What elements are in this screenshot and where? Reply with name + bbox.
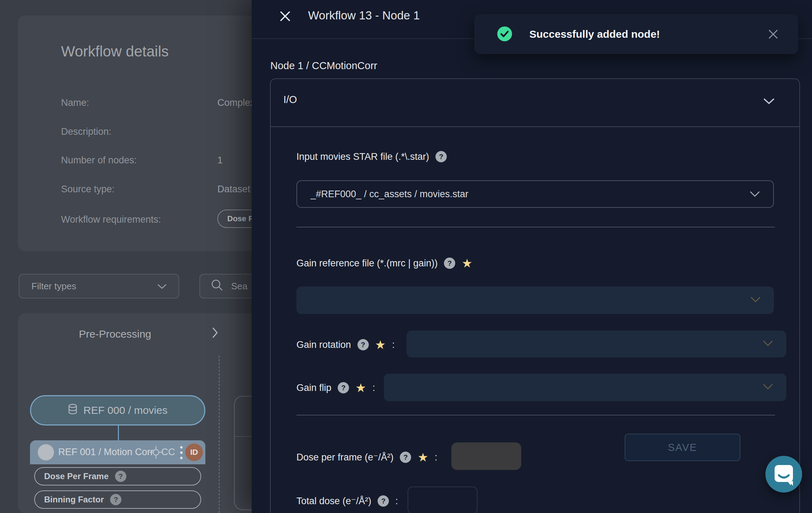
form-divider xyxy=(296,227,775,227)
gain-rotation-select[interactable] xyxy=(407,331,786,357)
chevron-down-icon xyxy=(763,340,773,348)
chevron-down-icon xyxy=(157,281,167,292)
modal-title: Workflow 13 - Node 1 xyxy=(308,9,420,22)
star-icon: ★ xyxy=(462,257,472,269)
io-header-divider xyxy=(271,126,799,127)
total-dose-input[interactable] xyxy=(408,487,477,513)
node-param-binning-factor: Binning Factor ? xyxy=(34,490,201,509)
chat-launcher-button[interactable] xyxy=(765,456,802,493)
chevron-down-icon xyxy=(751,297,760,304)
filter-types-select[interactable]: Filter types xyxy=(19,274,179,298)
input-movies-select[interactable]: _#REF000_ / cc_assets / movies.star xyxy=(296,180,774,208)
input-movies-label-row: Input movies STAR file (.*\.star) ? xyxy=(296,150,447,164)
database-icon xyxy=(68,404,78,417)
colon-text: : xyxy=(395,496,398,507)
total-dose-label: Total dose (e⁻/Å²) xyxy=(296,495,371,507)
node-connector-line xyxy=(118,426,119,440)
help-icon[interactable]: ? xyxy=(110,494,121,505)
help-icon[interactable]: ? xyxy=(444,258,455,269)
help-icon[interactable]: ? xyxy=(378,495,389,507)
node-ref000-label: REF 000 / movies xyxy=(83,404,167,416)
dose-per-frame-label: Dose per frame (e⁻/Å²) xyxy=(296,452,393,463)
node-param-dose-per-frame: Dose Per Frame ? xyxy=(34,467,201,485)
pre-processing-title: Pre-Processing xyxy=(56,328,174,340)
param-label: Dose Per Frame xyxy=(44,471,109,481)
node-id-badge[interactable]: ID xyxy=(185,443,203,461)
toast-close-icon[interactable] xyxy=(766,28,780,41)
column-divider-dashed xyxy=(219,356,219,513)
gain-flip-label-row: Gain flip ? ★ : xyxy=(296,381,375,395)
workflow-details-title: Workflow details xyxy=(61,43,169,60)
filter-types-label: Filter types xyxy=(31,281,76,292)
io-section-title: I/O xyxy=(283,94,297,105)
form-divider xyxy=(296,415,775,415)
gain-rotation-label: Gain rotation xyxy=(296,339,351,350)
close-icon[interactable] xyxy=(278,9,292,23)
gain-reference-label: Gain reference file (*.(mrc | gain)) xyxy=(296,258,438,269)
chevron-down-icon xyxy=(750,189,760,200)
node-status-circle xyxy=(38,444,54,460)
star-icon: ★ xyxy=(375,339,386,351)
gain-reference-select[interactable] xyxy=(296,286,774,314)
node-ref000-movies[interactable]: REF 000 / movies xyxy=(30,395,205,426)
chevron-down-icon xyxy=(763,384,773,391)
colon-text: : xyxy=(373,382,375,393)
help-icon[interactable]: ? xyxy=(400,452,411,463)
gain-rotation-label-row: Gain rotation ? ★ : xyxy=(296,338,395,352)
chevron-right-icon[interactable] xyxy=(212,327,218,339)
io-section-card: I/O Input movies STAR file (.*\.star) ? … xyxy=(270,78,800,513)
help-icon[interactable]: ? xyxy=(357,339,369,350)
node-ref001-title: REF 001 / Motion Corr xyxy=(58,447,154,458)
gain-flip-label: Gain flip xyxy=(296,382,331,393)
app-root: Workflow details Name: Complex X Descrip… xyxy=(0,0,812,513)
colon-text: : xyxy=(392,339,395,350)
colon-text: : xyxy=(435,452,438,463)
total-dose-label-row: Total dose (e⁻/Å²) ? : xyxy=(296,494,398,508)
node-breadcrumb: Node 1 / CCMotionCorr xyxy=(270,60,377,72)
dose-per-frame-input[interactable] xyxy=(451,442,521,470)
save-button[interactable]: SAVE xyxy=(625,434,740,461)
input-movies-label: Input movies STAR file (.*\.star) xyxy=(296,151,429,162)
param-label: Binning Factor xyxy=(44,495,104,505)
toast-message: Successfully added node! xyxy=(529,14,660,54)
kebab-menu-icon[interactable] xyxy=(180,445,183,461)
node-ref001-header[interactable]: REF 001 / Motion Corr CC ID xyxy=(30,440,205,464)
node-ref001-motion-corr[interactable]: REF 001 / Motion Corr CC ID Dose Per Fra… xyxy=(30,440,205,513)
gain-flip-select[interactable] xyxy=(384,374,786,401)
chat-bubble-icon xyxy=(765,455,802,493)
gain-reference-label-row: Gain reference file (*.(mrc | gain)) ? ★ xyxy=(296,256,473,270)
star-icon: ★ xyxy=(417,451,428,463)
help-icon[interactable]: ? xyxy=(338,382,349,393)
node-editor-modal: Workflow 13 - Node 1 Node 1 / CCMotionCo… xyxy=(252,0,812,513)
success-check-icon xyxy=(497,26,512,43)
success-toast: Successfully added node! xyxy=(474,14,798,54)
dose-per-frame-label-row: Dose per frame (e⁻/Å²) ? ★ : xyxy=(296,450,437,464)
help-icon[interactable]: ? xyxy=(435,151,447,162)
search-icon xyxy=(211,279,223,294)
collapse-chevron-down-icon[interactable] xyxy=(763,98,775,106)
star-icon: ★ xyxy=(355,382,366,394)
input-movies-value: _#REF000_ / cc_assets / movies.star xyxy=(311,189,468,200)
help-icon[interactable]: ? xyxy=(115,471,126,482)
node-ref001-suffix: CC xyxy=(161,447,175,458)
